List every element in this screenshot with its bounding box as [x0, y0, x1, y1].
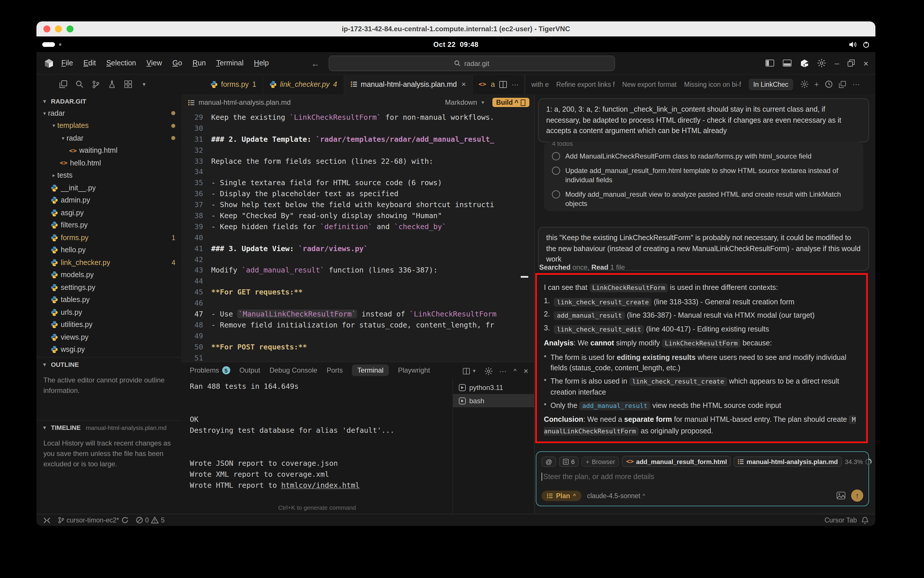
duplicate-chat-icon[interactable]	[839, 81, 846, 88]
panel-tab-terminal[interactable]: Terminal	[352, 365, 389, 376]
clock[interactable]: Oct 22 09:48	[36, 40, 875, 48]
remote-indicator[interactable]	[44, 517, 50, 523]
extensions-grid-icon[interactable]	[124, 80, 132, 88]
todo-checkbox-icon[interactable]	[552, 190, 560, 198]
search-tool-icon[interactable]	[76, 80, 83, 88]
chat-settings-gear-icon[interactable]	[801, 80, 808, 88]
chat-history-icon[interactable]	[825, 80, 833, 88]
nav-back-icon[interactable]: ←	[311, 58, 320, 68]
search-status-line[interactable]: Searched once, Read 1 file	[539, 263, 625, 271]
todo-checkbox-icon[interactable]	[552, 166, 560, 174]
menu-view[interactable]: View	[141, 57, 167, 70]
panel-tab-debug-console[interactable]: Debug Console	[270, 366, 317, 374]
toggle-panel-icon[interactable]	[783, 60, 792, 67]
file-tree-item-forms.py[interactable]: forms.py1	[36, 231, 181, 244]
file-tree-item-admin.py[interactable]: admin.py	[36, 194, 181, 206]
file-tree-item-__init__.py[interactable]: __init__.py	[36, 182, 181, 194]
todo-checkbox-icon[interactable]	[552, 152, 560, 160]
context-usage[interactable]: 34.3%	[845, 458, 872, 465]
file-tree-item-radar[interactable]: ▾radar	[36, 132, 181, 144]
menu-selection[interactable]: Selection	[101, 57, 141, 70]
language-mode-select[interactable]: Markdown▾	[445, 98, 486, 106]
code-line[interactable]: 47- Use `ManualLinkCheckResultForm` inst…	[181, 308, 534, 319]
chat-tab[interactable]: New export format	[622, 81, 677, 88]
tab-link-checker-py[interactable]: link_checker.py 4	[263, 74, 344, 94]
mode-select-plan[interactable]: Plan^	[542, 490, 581, 501]
code-line[interactable]: 37- Show help text below the field with …	[181, 199, 534, 210]
file-tree-item-radar[interactable]: ▾radar	[36, 107, 181, 120]
file-tree-item-hello.py[interactable]: hello.py	[36, 244, 181, 256]
user-message-1[interactable]: 1: a, 200, 3: a, 2: function _check_link…	[538, 98, 869, 142]
code-line[interactable]: 32	[181, 144, 534, 155]
chevron-down-icon[interactable]: ▾	[141, 81, 148, 88]
todo-item[interactable]: Add ManualLinkCheckResultForm class to r…	[552, 152, 855, 161]
code-line[interactable]: 49	[181, 330, 534, 341]
cursor-tab-status[interactable]: Cursor Tab	[825, 517, 857, 524]
panel-tab-ports[interactable]: Ports	[326, 366, 343, 374]
code-line[interactable]: 40	[181, 232, 534, 243]
close-window-icon[interactable]: ×	[863, 58, 869, 68]
code-line[interactable]: 39- Keep hidden fields for `definition` …	[181, 221, 534, 232]
add-browser-chip[interactable]: +Browser	[582, 456, 619, 467]
file-tree-item-templates[interactable]: ▾templates	[36, 120, 181, 132]
context-file-chip-2[interactable]: manual-html-analysis.plan.md	[734, 456, 842, 467]
file-tree-item-urls.py[interactable]: urls.py	[36, 306, 181, 318]
test-beaker-icon[interactable]	[108, 80, 116, 88]
git-branch-status[interactable]: cursor-timon-ec2*	[58, 517, 128, 524]
code-line[interactable]: 36- Display the placeholder text as spec…	[181, 188, 534, 199]
menu-help[interactable]: Help	[249, 57, 274, 70]
tab-plan-md[interactable]: manual-html-analysis.plan.md ×	[344, 74, 473, 94]
menu-terminal[interactable]: Terminal	[211, 57, 249, 70]
attach-image-icon[interactable]	[836, 492, 845, 499]
code-line[interactable]: 33Replace the form fields section (lines…	[181, 155, 534, 166]
split-editor-icon[interactable]	[500, 81, 507, 88]
panel-gear-icon[interactable]	[485, 367, 492, 375]
terminal-session-python3.11[interactable]: python3.11	[453, 381, 534, 394]
tab-forms-py[interactable]: forms.py 1	[204, 74, 263, 94]
code-line[interactable]: 41### 3. Update View: `radar/views.py`	[181, 243, 534, 254]
close-tab-icon[interactable]: ×	[461, 80, 466, 89]
code-line[interactable]: 43Modify `add_manual_result` function (l…	[181, 265, 534, 276]
command-center-search[interactable]: radar.git	[329, 55, 615, 71]
chat-tab[interactable]: with e	[531, 81, 549, 88]
mention-chip[interactable]: @	[542, 456, 556, 467]
terminal-output[interactable]: Ran 488 tests in 164.649sOKDestroying te…	[181, 378, 453, 514]
source-control-icon[interactable]	[92, 80, 99, 88]
context-count-chip[interactable]: 6	[559, 456, 578, 467]
menu-edit[interactable]: Edit	[78, 57, 101, 70]
restore-icon[interactable]	[848, 60, 854, 67]
code-line[interactable]: 31### 2. Update Template: `radar/templat…	[181, 134, 534, 144]
file-tree-item-filters.py[interactable]: filters.py	[36, 219, 181, 231]
chat-more-icon[interactable]: ···	[852, 80, 860, 89]
file-tree-item-settings.py[interactable]: settings.py	[36, 281, 181, 294]
todo-item[interactable]: Update add_manual_result_form.html templ…	[552, 166, 855, 185]
chat-tab[interactable]: Refine export links f	[556, 81, 615, 88]
timeline-section-header[interactable]: ▾TIMELINE manual-html-analysis.plan.md	[36, 420, 181, 434]
code-line[interactable]: 48- Remove field initialization for stat…	[181, 319, 534, 330]
chat-tab[interactable]: Missing icon on bi-f	[684, 81, 741, 88]
explorer-icon[interactable]	[60, 80, 67, 88]
file-tree-item-utilities.py[interactable]: utilities.py	[36, 318, 181, 331]
terminal-session-bash[interactable]: bash	[453, 394, 534, 408]
file-tree-item-views.py[interactable]: views.py	[36, 331, 181, 343]
panel-tab-playwright[interactable]: Playwright	[398, 366, 430, 374]
explorer-root-header[interactable]: ▾RADAR.GIT	[36, 94, 181, 107]
file-tree-item-waiting.html[interactable]: <>waiting.html	[36, 144, 181, 157]
chat-input-placeholder[interactable]: Steer the plan, or add more details	[542, 473, 863, 481]
problems-status[interactable]: 0 5	[136, 517, 165, 524]
panel-more-icon[interactable]: ···	[499, 367, 507, 375]
new-chat-plus-icon[interactable]: +	[814, 80, 819, 89]
chat-input-box[interactable]: @ 6 +Browser <>add_manual_result_form.ht…	[536, 451, 869, 506]
minimize-icon[interactable]: –	[835, 58, 839, 68]
more-actions-icon[interactable]: ···	[512, 80, 519, 88]
file-tree-item-wsgi.py[interactable]: wsgi.py	[36, 343, 181, 356]
menu-go[interactable]: Go	[167, 57, 187, 70]
cursor-cube-icon[interactable]	[801, 59, 809, 67]
code-line[interactable]: 30	[181, 123, 534, 134]
code-line[interactable]: 50**For POST requests:**	[181, 341, 534, 352]
settings-gear-icon[interactable]	[818, 59, 826, 67]
send-button[interactable]: ↑	[851, 489, 863, 502]
menu-run[interactable]: Run	[187, 57, 211, 70]
code-line[interactable]: 38- Keep "Checked By" read-only display …	[181, 210, 534, 221]
build-button[interactable]: Build^	[492, 98, 529, 107]
